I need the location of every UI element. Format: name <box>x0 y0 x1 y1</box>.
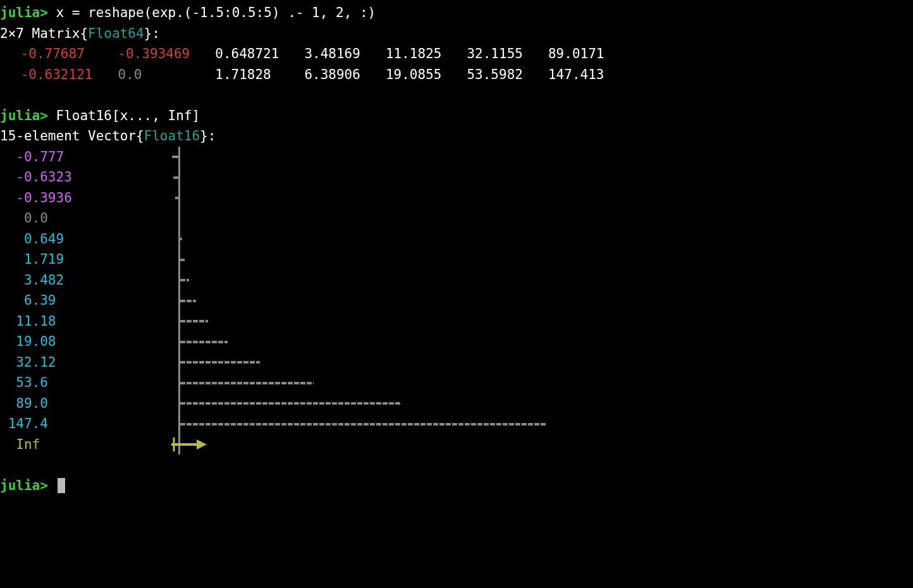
matrix-cell: 32.1155 <box>454 44 536 64</box>
matrix-cell: 3.48169 <box>291 44 373 64</box>
spark-bar <box>180 382 314 384</box>
matrix-cell: 11.1825 <box>373 44 455 64</box>
vector-row: 19.08 <box>0 331 913 352</box>
matrix-cell: -0.632121 <box>8 64 106 85</box>
spark-bar <box>180 320 208 322</box>
matrix-cell: 6.38906 <box>291 64 373 85</box>
matrix-row: -0.6321210.01.718286.3890619.085553.5982… <box>0 64 616 85</box>
vector-row: 3.482 <box>0 270 913 291</box>
vector-value: 147.4 <box>0 413 171 434</box>
vector-row: 0.0 <box>0 208 913 229</box>
vector-row: 0.649 <box>0 229 913 250</box>
axis <box>178 147 180 168</box>
matrix-cell: 0.648721 <box>202 44 291 64</box>
vector-row: -0.3936 <box>0 188 913 209</box>
vector-value: 6.39 <box>0 290 171 311</box>
cursor <box>58 478 65 493</box>
spark-bar <box>180 238 182 240</box>
vector-value: 53.6 <box>0 372 171 393</box>
input-2: Float16[x..., Inf] <box>56 108 200 123</box>
svg-marker-1 <box>197 439 207 450</box>
out1-header: 2×7 Matrix{Float64}: <box>0 23 913 44</box>
vector-row: 32.12 <box>0 352 913 373</box>
matrix-cell: -0.77687 <box>8 44 106 64</box>
spark-bar <box>173 176 178 179</box>
vector-value: Inf <box>0 434 171 455</box>
matrix-cell: 1.71828 <box>202 64 291 85</box>
out1-header-end: }: <box>144 26 160 41</box>
vector-value: 0.649 <box>0 229 171 250</box>
out2-header-plain: 15-element Vector{ <box>0 128 144 144</box>
vector-value: 1.719 <box>0 249 171 270</box>
input-1: x = reshape(exp.(-1.5:0.5:5) .- 1, 2, :) <box>56 5 376 20</box>
spark-bar <box>180 279 189 281</box>
spark-bar <box>180 341 228 343</box>
repl-line-3[interactable]: julia> <box>0 475 913 496</box>
prompt: julia> <box>0 5 48 20</box>
prompt: julia> <box>0 108 48 123</box>
vector-value: -0.6323 <box>0 167 171 188</box>
out1-header-plain: 2×7 Matrix{ <box>0 26 88 41</box>
matrix-cell: 53.5982 <box>454 64 536 85</box>
vector-row: 53.6 <box>0 372 913 393</box>
vector-row: 147.4 <box>0 413 913 434</box>
vector-sparkline: -0.777 -0.6323 -0.3936 0.0 0.649 1.719 3… <box>0 147 913 455</box>
prompt: julia> <box>0 478 48 493</box>
matrix-cell: 19.0855 <box>373 64 455 85</box>
matrix-cell: 89.0171 <box>536 44 617 64</box>
matrix-cell: 0.0 <box>105 64 202 85</box>
vector-value: 11.18 <box>0 311 171 332</box>
vector-value: 3.482 <box>0 270 171 291</box>
repl-line-2: julia> Float16[x..., Inf] <box>0 106 913 126</box>
vector-row: 6.39 <box>0 290 913 311</box>
out2-header: 15-element Vector{Float16}: <box>0 126 913 147</box>
vector-value: 0.0 <box>0 208 171 229</box>
terminal[interactable]: julia> x = reshape(exp.(-1.5:0.5:5) .- 1… <box>0 0 913 496</box>
spark-bar <box>175 197 178 199</box>
matrix-row: -0.77687-0.3934690.6487213.4816911.18253… <box>0 44 616 64</box>
vector-value: 32.12 <box>0 352 171 373</box>
vector-row: -0.6323 <box>0 167 913 188</box>
spark-bar <box>180 402 401 405</box>
out2-header-end: }: <box>200 128 216 144</box>
axis <box>178 208 180 229</box>
vector-row: 11.18 <box>0 311 913 332</box>
spark-bar <box>180 361 260 364</box>
matrix-output: -0.77687-0.3934690.6487213.4816911.18253… <box>0 44 616 85</box>
blank-1 <box>0 85 913 106</box>
vector-value: 89.0 <box>0 393 171 414</box>
vector-value: 19.08 <box>0 331 171 352</box>
matrix-cell: 147.413 <box>536 64 617 85</box>
inf-arrow-icon <box>171 438 207 451</box>
spark-bar <box>180 259 185 261</box>
blank-2 <box>0 455 913 475</box>
vector-row: 89.0 <box>0 393 913 414</box>
out2-header-type: Float16 <box>144 128 200 144</box>
axis <box>178 167 180 188</box>
spark-bar <box>180 300 196 302</box>
out1-header-type: Float64 <box>88 26 144 41</box>
axis <box>178 188 180 209</box>
vector-row: Inf <box>0 434 913 455</box>
spark-bar <box>172 156 178 158</box>
vector-value: -0.3936 <box>0 188 171 209</box>
repl-line-1: julia> x = reshape(exp.(-1.5:0.5:5) .- 1… <box>0 3 913 23</box>
vector-value: -0.777 <box>0 147 171 168</box>
spark-bar <box>180 423 547 426</box>
matrix-cell: -0.393469 <box>105 44 202 64</box>
vector-row: 1.719 <box>0 249 913 270</box>
vector-row: -0.777 <box>0 147 913 168</box>
